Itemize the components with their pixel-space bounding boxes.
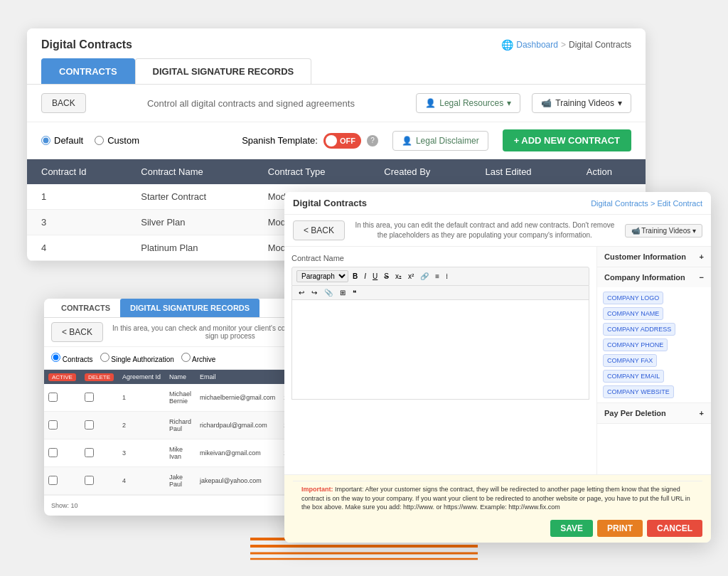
important-text: Important: Important: After your custome…	[301, 485, 694, 512]
cell-checkbox-active[interactable]	[44, 384, 80, 412]
sig-tab-digital[interactable]: DIGITAL SIGNATURE RECORDS	[120, 299, 259, 317]
back-button[interactable]: BACK	[41, 93, 86, 113]
cell-checkbox-delete[interactable]	[80, 467, 118, 495]
cell-checkbox-delete[interactable]	[80, 439, 118, 467]
cell-email: jakepaul@yahoo.com	[196, 467, 279, 495]
chevron-edit: ▾	[692, 227, 696, 235]
page-title: Digital Contracts	[41, 38, 132, 51]
print-button[interactable]: PRINT	[597, 520, 643, 537]
editor-list-btn[interactable]: ≡	[433, 272, 441, 281]
toggle-circle	[326, 135, 337, 146]
editor-redo-btn[interactable]: ↪	[309, 288, 319, 297]
plus-icon: +	[700, 252, 704, 261]
editor-italic-btn[interactable]: I	[362, 272, 368, 281]
radio-contracts[interactable]: Contracts	[51, 353, 93, 363]
editor-sup-btn[interactable]: x²	[406, 272, 416, 281]
cell-person-name: Mike Ivan	[165, 439, 196, 467]
cell-email: richardpaul@gmail.com	[196, 412, 279, 439]
chevron-down-icon: ▾	[507, 98, 511, 108]
toggle-state: OFF	[340, 137, 355, 145]
cell-name: Platinum Plan	[127, 235, 253, 261]
tab-digital-signature[interactable]: DIGITAL SIGNATURE RECORDS	[135, 58, 312, 84]
video-icon-edit: 📹	[631, 227, 640, 235]
main-toolbar: BACK Control all digital contracts and s…	[27, 85, 646, 122]
pay-per-deletion-header[interactable]: Pay Per Deletion +	[597, 403, 711, 423]
cell-agreement-id: 4	[118, 467, 165, 495]
cell-checkbox-delete[interactable]	[80, 384, 118, 412]
editor-align-btn[interactable]: ⁞	[444, 272, 450, 281]
cell-agreement-id: 2	[118, 412, 165, 439]
editor-underline-btn[interactable]: U	[370, 272, 380, 281]
editor-strikethrough-btn[interactable]: S	[382, 272, 391, 281]
col-contract-type: Contract Type	[254, 159, 370, 184]
customer-info-header[interactable]: Customer Information +	[597, 247, 711, 267]
cell-checkbox-active[interactable]	[44, 439, 80, 467]
company-tag-button[interactable]: COMPANY FAX	[603, 354, 657, 367]
col-email: Email	[196, 370, 279, 384]
tab-contracts[interactable]: CONTRACTS	[41, 58, 135, 84]
edit-footer-actions: SAVE PRINT CANCEL	[293, 520, 702, 537]
edit-sidebar: Customer Information + Company Informati…	[597, 247, 711, 474]
cell-person-name: Jake Paul	[165, 467, 196, 495]
legal-resources-button[interactable]: 👤 Legal Resources ▾	[416, 93, 520, 113]
company-tag-button[interactable]: COMPANY ADDRESS	[603, 323, 675, 336]
cancel-button[interactable]: CANCEL	[647, 520, 702, 537]
sig-back-button[interactable]: < BACK	[51, 322, 103, 342]
cell-name: Silver Plan	[127, 210, 253, 235]
editor-content-area[interactable]	[291, 300, 589, 400]
cell-checkbox-active[interactable]	[44, 412, 80, 439]
edit-training-button[interactable]: 📹 Training Videos ▾	[625, 224, 702, 238]
legal-disclaimer-button[interactable]: 👤 Legal Disclaimer	[392, 131, 488, 151]
cell-id: 4	[27, 235, 127, 261]
edit-breadcrumb: Digital Contracts > Edit Contract	[591, 199, 702, 208]
radio-custom[interactable]: Custom	[95, 135, 139, 146]
save-button[interactable]: SAVE	[550, 520, 593, 537]
company-tag-button[interactable]: COMPANY LOGO	[603, 292, 663, 304]
cell-checkbox-active[interactable]	[44, 467, 80, 495]
paragraph-select[interactable]: Paragraph	[296, 270, 348, 282]
spanish-template-toggle[interactable]: OFF	[323, 133, 361, 149]
cell-agreement-id: 1	[118, 384, 165, 412]
radio-single-auth[interactable]: Single Authorization	[100, 353, 174, 363]
editor-quote-btn[interactable]: ❝	[350, 288, 358, 297]
company-tag-button[interactable]: COMPANY EMAIL	[603, 370, 664, 383]
edit-toolbar: < BACK In this area, you can edit the de…	[284, 215, 711, 247]
editor-bold-btn[interactable]: B	[350, 272, 360, 281]
breadcrumb-home[interactable]: Dashboard	[516, 40, 558, 50]
edit-back-button[interactable]: < BACK	[293, 220, 345, 240]
col-contract-name: Contract Name	[127, 159, 253, 184]
editor-undo-btn[interactable]: ↩	[296, 288, 306, 297]
cell-id: 3	[27, 210, 127, 235]
sig-tab-contracts[interactable]: CONTRACTS	[51, 299, 120, 317]
breadcrumb-current: Digital Contracts	[569, 40, 631, 50]
col-contract-id: Contract Id	[27, 159, 127, 184]
company-tag-button[interactable]: COMPANY PHONE	[603, 338, 668, 351]
editor-toolbar: Paragraph B I U S x₂ x² 🔗 ≡ ⁞	[291, 267, 589, 286]
edit-card-title: Digital Contracts	[293, 198, 367, 208]
help-icon[interactable]: ?	[367, 135, 378, 146]
company-info-tags: COMPANY LOGOCOMPANY NAMECOMPANY ADDRESSC…	[597, 287, 711, 402]
cell-email: michaelbernie@gmail.com	[196, 384, 279, 412]
company-tag-button[interactable]: COMPANY NAME	[603, 307, 663, 320]
company-info-header[interactable]: Company Information −	[597, 267, 711, 287]
legal-disclaimer-icon: 👤	[402, 136, 412, 146]
cell-checkbox-delete[interactable]	[80, 412, 118, 439]
radio-archive[interactable]: Archive	[181, 353, 216, 363]
editor-attach-btn[interactable]: 📎	[322, 288, 335, 297]
radio-default[interactable]: Default	[41, 135, 83, 146]
radio-default-input[interactable]	[41, 136, 50, 145]
editor-link-btn[interactable]: 🔗	[418, 272, 431, 281]
edit-footer-bottom: Important: Important: After your custome…	[293, 481, 702, 516]
edit-card-header: Digital Contracts Digital Contracts > Ed…	[284, 192, 711, 215]
editor-table-btn[interactable]: ⊞	[338, 288, 348, 297]
company-tag-button[interactable]: COMPANY WEBSITE	[603, 385, 674, 398]
col-last-edited: Last Edited	[471, 159, 572, 184]
table-header-row: Contract Id Contract Name Contract Type …	[27, 159, 646, 184]
edit-footer: Important: Important: After your custome…	[284, 474, 711, 543]
add-contract-button[interactable]: + ADD NEW CONTRACT	[503, 129, 631, 151]
col-action: Action	[572, 159, 646, 184]
training-videos-button[interactable]: 📹 Training Videos ▾	[532, 93, 631, 113]
spanish-template-label: Spanish Template:	[242, 135, 318, 146]
editor-sub-btn[interactable]: x₂	[393, 272, 404, 281]
radio-custom-input[interactable]	[95, 136, 104, 145]
